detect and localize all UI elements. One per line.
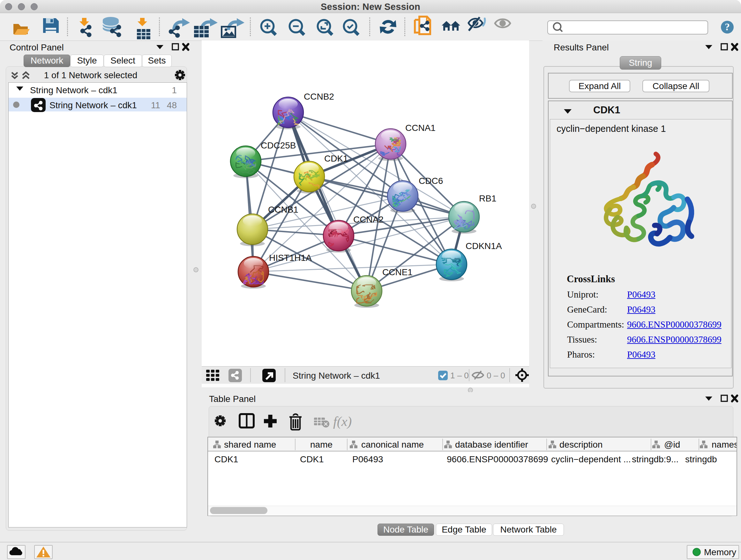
svg-text:String Network – cdk1: String Network – cdk1 <box>30 85 118 95</box>
svg-text:CCNA1: CCNA1 <box>405 123 435 133</box>
svg-text:CDK1: CDK1 <box>324 153 348 164</box>
svg-text:canonical name: canonical name <box>361 440 424 449</box>
svg-text:CDKN1A: CDKN1A <box>466 241 502 251</box>
svg-text:CCNB1: CCNB1 <box>268 205 298 214</box>
svg-text:description: description <box>559 440 603 449</box>
svg-text:namespac: namespac <box>712 440 737 449</box>
svg-text:stringdb: stringdb <box>685 454 717 464</box>
svg-text:f(x): f(x) <box>333 414 352 429</box>
svg-text:@id: @id <box>664 440 680 449</box>
svg-text:CDC6: CDC6 <box>419 176 443 186</box>
svg-text:CDK1: CDK1 <box>214 454 239 464</box>
svg-text:HIST1H1A: HIST1H1A <box>269 253 312 263</box>
svg-text:database identifier: database identifier <box>455 440 528 449</box>
svg-text:1 – 0: 1 – 0 <box>450 371 469 380</box>
svg-text:cyclin−dependent ...: cyclin−dependent ... <box>551 454 631 464</box>
svg-text:CDC25B: CDC25B <box>261 140 296 150</box>
svg-text:48: 48 <box>167 100 177 110</box>
svg-text:CCNE1: CCNE1 <box>382 267 413 277</box>
svg-text:String Network – cdk1: String Network – cdk1 <box>293 371 380 381</box>
svg-text:CCNA2: CCNA2 <box>353 214 384 225</box>
svg-text:11: 11 <box>151 100 160 110</box>
svg-text:1: 1 <box>172 85 177 95</box>
svg-text:RB1: RB1 <box>479 193 496 203</box>
svg-text:P06493: P06493 <box>352 454 383 464</box>
svg-text:1 of 1 Network selected: 1 of 1 Network selected <box>44 70 138 80</box>
svg-text:CDK1: CDK1 <box>300 454 324 464</box>
svg-text:stringdb:9...: stringdb:9... <box>632 454 678 464</box>
svg-text:name: name <box>310 440 333 449</box>
svg-text:?: ? <box>725 21 730 33</box>
svg-text:shared name: shared name <box>224 440 276 449</box>
svg-text:String Network – cdk1: String Network – cdk1 <box>50 100 137 110</box>
svg-text:CCNB2: CCNB2 <box>304 91 334 102</box>
svg-text:9606.ENSP00000378699: 9606.ENSP00000378699 <box>447 454 548 464</box>
svg-text:0 – 0: 0 – 0 <box>487 371 505 380</box>
